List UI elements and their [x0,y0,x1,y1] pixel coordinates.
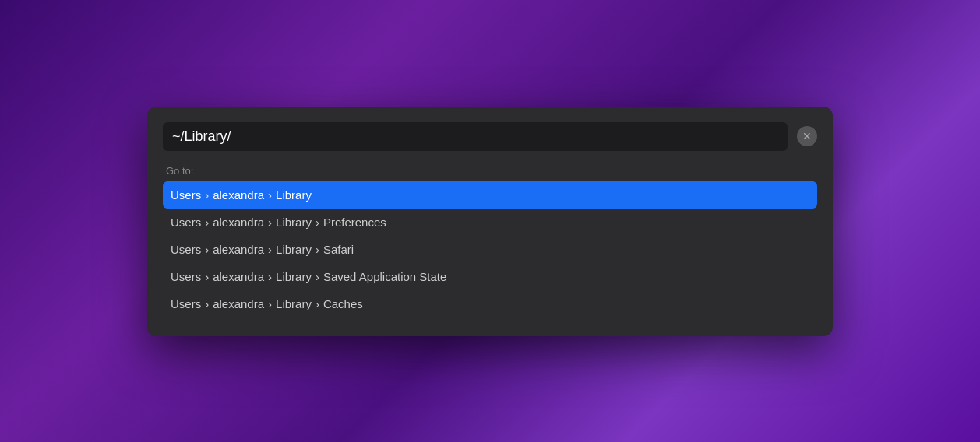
path-part: Safari [323,243,354,256]
path-part: Users [171,297,201,310]
path-separator: › [205,188,209,202]
path-part: Library [276,216,312,229]
path-separator: › [268,297,272,310]
close-button[interactable]: ✕ [797,126,817,146]
path-part: alexandra [213,216,264,229]
path-part: Users [171,270,201,283]
goto-label: Go to: [163,165,817,177]
list-item[interactable]: Users›alexandra›Library›Safari [163,236,817,263]
path-separator: › [268,243,272,256]
path-separator: › [268,188,272,202]
path-part: Caches [323,297,363,310]
path-part: Users [171,188,201,202]
path-separator: › [268,216,272,229]
path-separator: › [316,243,319,256]
path-part: Library [276,270,312,283]
path-part: alexandra [213,188,264,202]
path-separator: › [316,297,319,310]
goto-dialog: ✕ Go to: Users›alexandra›LibraryUsers›al… [147,107,833,336]
path-part: alexandra [213,297,264,310]
path-separator: › [205,270,209,283]
path-part: Preferences [323,216,386,229]
input-row: ✕ [163,122,817,151]
list-item[interactable]: Users›alexandra›Library›Caches [163,290,817,317]
path-separator: › [205,243,209,256]
path-part: Users [171,243,201,256]
results-list: Users›alexandra›LibraryUsers›alexandra›L… [163,181,817,317]
path-separator: › [268,270,272,283]
path-part: Saved Application State [323,270,446,283]
close-icon: ✕ [802,131,812,142]
path-part: alexandra [213,243,264,256]
path-part: Users [171,216,201,229]
path-part: alexandra [213,270,264,283]
list-item[interactable]: Users›alexandra›Library›Preferences [163,209,817,236]
path-separator: › [205,216,209,229]
path-separator: › [205,297,209,310]
path-part: Library [276,243,312,256]
path-separator: › [316,270,319,283]
list-item[interactable]: Users›alexandra›Library [163,181,817,209]
list-item[interactable]: Users›alexandra›Library›Saved Applicatio… [163,263,817,290]
path-separator: › [316,216,319,229]
path-input[interactable] [163,122,788,151]
path-part: Library [276,188,312,202]
path-part: Library [276,297,312,310]
